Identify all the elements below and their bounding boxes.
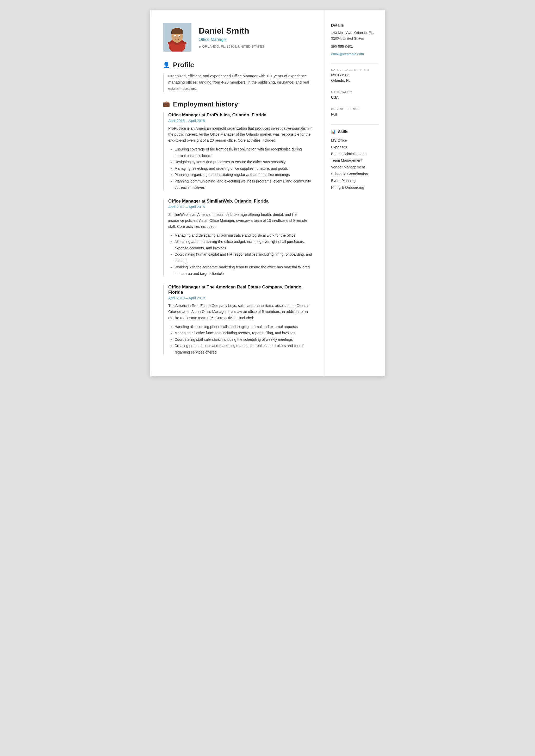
- bullet-1-1: Allocating and maintaining the office bu…: [175, 238, 313, 251]
- svg-rect-5: [171, 32, 183, 34]
- details-label: Details: [331, 23, 379, 27]
- sidebar-divider-2: [331, 124, 379, 125]
- job-desc-0: ProPublica is an American nonprofit orga…: [168, 125, 313, 144]
- svg-point-8: [175, 36, 176, 37]
- sidebar-nationality: USA: [331, 95, 379, 100]
- job-entry-1: Office Manager at SimiliarWeb, Orlando, …: [163, 199, 313, 277]
- job-title-2: Office Manager at The American Real Esta…: [168, 284, 313, 295]
- sidebar-dob-place: Orlando, FL: [331, 78, 379, 83]
- location-text: ORLANDO, FL, 32804, UNITED STATES: [202, 44, 264, 48]
- sidebar-details: Details 143 Main Ave, Orlando, FL, 32804…: [331, 23, 379, 56]
- job-desc-2: The American Real Estate Company buys, s…: [168, 303, 313, 321]
- location-icon: ●: [199, 44, 201, 49]
- bullet-2-2: Coordinating staff calendars, including …: [175, 336, 313, 343]
- bullet-1-0: Managing and delegating all administrati…: [175, 232, 313, 239]
- job-dates-0: April 2015 – April 2018: [168, 119, 313, 123]
- profile-section: 👤 Profile Organized, efficient, and expe…: [163, 61, 313, 92]
- profile-heading: Profile: [173, 61, 194, 69]
- employment-heading: Employment history: [173, 100, 238, 108]
- sidebar-skills-section: 📊 Skills MS OfficeExpensesBudget Adminis…: [331, 129, 379, 191]
- skill-item-3: Team Management: [331, 157, 379, 164]
- sidebar-nationality-section: NATIONALITY USA: [331, 91, 379, 100]
- skills-container: MS OfficeExpensesBudget AdministrationTe…: [331, 137, 379, 191]
- sidebar-divider-1: [331, 63, 379, 64]
- header-info: Daniel Smith Office Manager ● ORLANDO, F…: [199, 26, 264, 49]
- sidebar-email[interactable]: email@example.com: [331, 52, 379, 56]
- skill-item-7: Hiring & Onboarding: [331, 184, 379, 191]
- dob-label: DATE / PLACE OF BIRTH: [331, 68, 379, 71]
- job-entry-0: Office Manager at ProPublica, Orlando, F…: [163, 113, 313, 191]
- job-dates-2: April 2010 – April 2012: [168, 296, 313, 300]
- sidebar-driving: Full: [331, 112, 379, 117]
- bullet-2-1: Managing all office functions, including…: [175, 330, 313, 336]
- avatar: [163, 23, 191, 52]
- resume-page: Daniel Smith Office Manager ● ORLANDO, F…: [150, 11, 385, 376]
- job-desc-1: SimiliarWeb is an American insurance bro…: [168, 212, 313, 230]
- svg-point-9: [179, 36, 180, 37]
- bullet-0-2: Managing, selecting, and ordering office…: [175, 165, 313, 172]
- sidebar-phone: 890-555-0401: [331, 44, 379, 49]
- profile-icon: 👤: [163, 62, 170, 68]
- skills-label: Skills: [338, 129, 348, 134]
- bullet-2-3: Creating presentations and marketing mat…: [175, 342, 313, 355]
- job-title-0: Office Manager at ProPublica, Orlando, F…: [168, 113, 313, 118]
- skills-chart-icon: 📊: [331, 129, 336, 134]
- nationality-label: NATIONALITY: [331, 91, 379, 94]
- bullet-0-1: Designing systems and processes to ensur…: [175, 159, 313, 165]
- candidate-name: Daniel Smith: [199, 26, 264, 36]
- sidebar-address: 143 Main Ave, Orlando, FL, 32804, United…: [331, 30, 379, 41]
- job-title-1: Office Manager at SimiliarWeb, Orlando, …: [168, 199, 313, 204]
- bullet-1-2: Coordinating human capital and HR respon…: [175, 251, 313, 264]
- profile-section-header: 👤 Profile: [163, 61, 313, 69]
- skill-item-5: Schedule Coordination: [331, 171, 379, 177]
- skill-item-4: Vendor Management: [331, 164, 379, 171]
- employment-icon: 💼: [163, 101, 170, 108]
- location: ● ORLANDO, FL, 32804, UNITED STATES: [199, 44, 264, 49]
- bullet-0-0: Ensuring coverage of the front desk, in …: [175, 146, 313, 159]
- resume-header: Daniel Smith Office Manager ● ORLANDO, F…: [163, 23, 313, 52]
- skill-item-2: Budget Administration: [331, 151, 379, 157]
- driving-label: DRIVING LICENSE: [331, 108, 379, 111]
- sidebar: Details 143 Main Ave, Orlando, FL, 32804…: [325, 11, 385, 376]
- job-entry-2: Office Manager at The American Real Esta…: [163, 284, 313, 355]
- employment-section-header: 💼 Employment history: [163, 100, 313, 108]
- employment-section: 💼 Employment history Office Manager at P…: [163, 100, 313, 355]
- jobs-container: Office Manager at ProPublica, Orlando, F…: [163, 113, 313, 355]
- sidebar-driving-section: DRIVING LICENSE Full: [331, 108, 379, 117]
- sidebar-dob: 05/10/1983: [331, 72, 379, 78]
- skill-item-0: MS Office: [331, 137, 379, 144]
- job-bullets-0: Ensuring coverage of the front desk, in …: [168, 146, 313, 191]
- skill-item-6: Event Planning: [331, 177, 379, 184]
- job-bullets-1: Managing and delegating all administrati…: [168, 232, 313, 277]
- profile-text: Organized, efficient, and experienced Of…: [163, 73, 313, 92]
- job-dates-1: April 2012 – April 2015: [168, 205, 313, 209]
- bullet-0-3: Planning, organizing, and facilitating r…: [175, 172, 313, 178]
- skill-item-1: Expenses: [331, 144, 379, 151]
- job-bullets-2: Handling all incoming phone calls and tr…: [168, 324, 313, 356]
- bullet-0-4: Planning, communicating, and executing w…: [175, 178, 313, 191]
- main-content: Daniel Smith Office Manager ● ORLANDO, F…: [150, 11, 325, 376]
- bullet-2-0: Handling all incoming phone calls and tr…: [175, 324, 313, 330]
- bullet-1-3: Working with the corporate marketing tea…: [175, 264, 313, 277]
- skills-heading: 📊 Skills: [331, 129, 379, 134]
- sidebar-dob-section: DATE / PLACE OF BIRTH 05/10/1983 Orlando…: [331, 68, 379, 83]
- job-title: Office Manager: [199, 37, 264, 42]
